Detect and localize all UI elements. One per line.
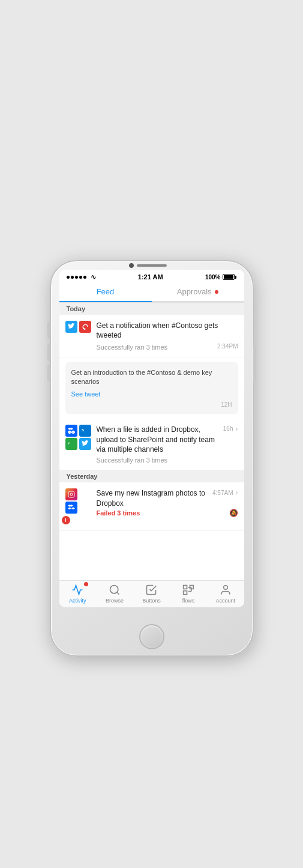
twitter-icon: [65, 321, 77, 333]
battery-percentage: 100%: [205, 274, 221, 281]
feed-item-twitter[interactable]: Get a notification when #Contoso gets tw…: [59, 315, 244, 358]
browse-icon: [108, 583, 121, 596]
approvals-badge: [215, 290, 218, 294]
empty-icon-slot-2: [79, 502, 91, 514]
see-tweet-link[interactable]: See tweet: [71, 390, 232, 398]
app-header: Feed Approvals: [59, 282, 244, 303]
signal-dot: [71, 276, 74, 279]
tab-feed[interactable]: Feed: [59, 282, 152, 301]
camera: [129, 263, 134, 268]
feed-card-time: 12H: [71, 401, 232, 408]
svg-line-6: [117, 592, 119, 594]
tab-activity[interactable]: Activity: [59, 583, 97, 604]
dropbox-icon: [65, 425, 77, 437]
section-yesterday: Yesterday: [59, 470, 244, 482]
svg-point-3: [70, 493, 73, 496]
battery-icon: [223, 274, 236, 280]
empty-icon-slot: [79, 488, 91, 500]
feed-item-subtitle: Successfully ran 3 times: [97, 344, 168, 351]
tab-activity-label: Activity: [69, 598, 86, 604]
feed-instagram-status: Failed 3 times: [97, 509, 140, 517]
feed-content[interactable]: Today Get a not: [59, 303, 244, 607]
buttons-icon: [145, 583, 158, 596]
svg-text:#: #: [68, 442, 70, 445]
status-bar: ∿ 1:21 AM 100%: [59, 270, 244, 282]
section-today: Today: [59, 303, 244, 315]
feed-item-title: Get a notification when #Contoso gets tw…: [97, 321, 238, 341]
signal-dot: [83, 276, 86, 279]
flows-icon: #: [65, 438, 77, 450]
feed-item-dropbox[interactable]: S # When a: [59, 419, 244, 470]
feed-dropbox-time: 16h: [223, 425, 233, 432]
svg-point-4: [73, 493, 73, 493]
tab-account-label: Account: [215, 598, 235, 604]
feed-item-time: 2:34PM: [217, 343, 238, 350]
feed-instagram-title: Save my new Instagram photos to Dropbox: [97, 488, 211, 509]
feed-card-text: Get an introduction to the #Contoso & de…: [71, 368, 232, 387]
battery-tip: [235, 276, 236, 279]
feed-dropbox-content: When a file is added in Dropbox, upload …: [97, 425, 238, 464]
feed-item-content: Get a notification when #Contoso gets tw…: [97, 321, 238, 351]
tab-buttons[interactable]: Buttons: [133, 583, 170, 604]
tab-browse-label: Browse: [106, 598, 124, 604]
tab-browse[interactable]: Browse: [96, 583, 133, 604]
status-right: 100%: [205, 274, 237, 281]
dropbox-icon-2: [65, 502, 77, 514]
activity-icon: [71, 583, 84, 596]
feed-dropbox-arrow: ›: [236, 425, 238, 433]
tab-flows-label: flows: [182, 598, 195, 604]
tab-account[interactable]: Account: [207, 583, 244, 604]
activity-badge: [84, 582, 88, 586]
svg-rect-7: [184, 585, 187, 589]
svg-rect-2: [68, 491, 74, 497]
phone-screen: ∿ 1:21 AM 100% Feed Approvals: [59, 270, 244, 607]
tab-flows[interactable]: flows: [170, 583, 207, 604]
tab-approvals[interactable]: Approvals: [152, 282, 244, 301]
account-icon: [219, 583, 232, 596]
error-badge: !: [62, 516, 70, 524]
signal-dot: [79, 276, 82, 279]
svg-rect-9: [184, 590, 187, 594]
rss-icon: [79, 321, 91, 333]
feed-item-meta: Successfully ran 3 times 2:34PM: [97, 342, 238, 351]
speaker: [137, 264, 167, 267]
status-time: 1:21 AM: [138, 273, 163, 281]
status-left: ∿: [67, 273, 96, 281]
signal-dot: [67, 276, 70, 279]
feed-instagram-arrow: ›: [236, 488, 238, 497]
svg-point-5: [110, 585, 118, 593]
svg-text:S: S: [82, 428, 84, 432]
feed-dropbox-title: When a file is added in Dropbox, upload …: [97, 425, 221, 455]
feed-icons-dropbox: S #: [65, 425, 92, 450]
signal-dot: [75, 276, 78, 279]
feed-instagram-time: 4:57AM: [212, 490, 233, 496]
app-tabs: Feed Approvals: [59, 282, 244, 302]
instagram-icon: [65, 488, 77, 500]
feed-card-tweet[interactable]: Get an introduction to the #Contoso & de…: [65, 362, 238, 414]
flows-tab-icon: [182, 583, 195, 596]
feed-instagram-content: Save my new Instagram photos to Dropbox …: [97, 488, 238, 517]
signal-indicator: [67, 276, 86, 279]
tab-buttons-label: Buttons: [142, 598, 161, 604]
feed-icons-instagram-wrap: !: [65, 488, 92, 524]
sharepoint-icon: S: [79, 425, 91, 437]
feed-icons-twitter: [65, 321, 92, 333]
battery-body: [223, 274, 235, 280]
svg-point-10: [223, 585, 227, 589]
twitter-icon-2: [79, 438, 91, 450]
feed-icons-instagram: [65, 488, 92, 514]
feed-item-instagram[interactable]: ! Save my new Instagram photos to Dropbo…: [59, 482, 244, 531]
battery-fill: [224, 275, 233, 279]
wifi-icon: ∿: [91, 273, 96, 281]
home-button[interactable]: [139, 624, 164, 649]
tab-bar: Activity Browse Button: [59, 580, 244, 607]
feed-dropbox-subtitle: Successfully ran 3 times: [97, 457, 238, 464]
phone-frame: ∿ 1:21 AM 100% Feed Approvals: [50, 260, 254, 657]
bell-icon: 🔕: [229, 509, 238, 517]
